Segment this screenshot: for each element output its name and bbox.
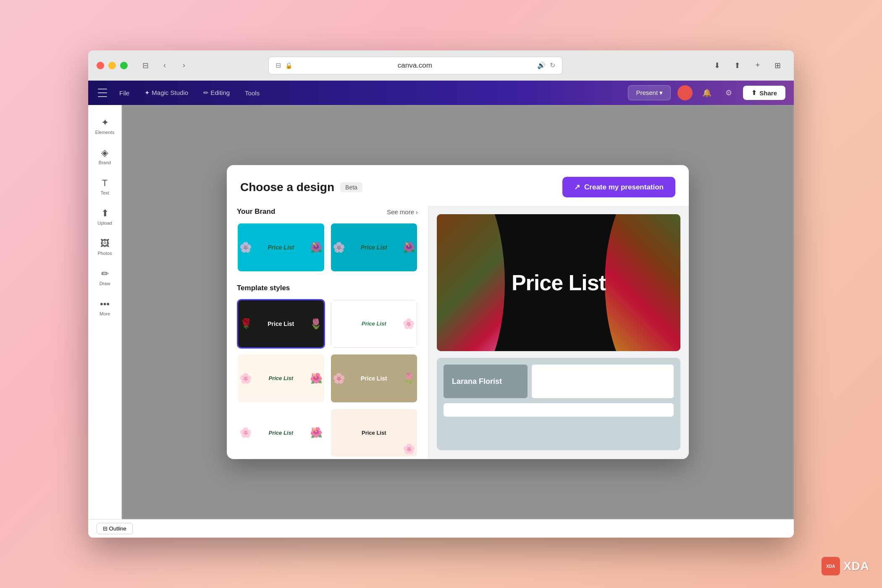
beige-template-label: Price List bbox=[362, 430, 386, 436]
preview-slide1-title: Price List bbox=[512, 270, 606, 295]
toolbar-editing[interactable]: ✏ Editing bbox=[199, 87, 234, 99]
beta-badge: Beta bbox=[340, 182, 362, 192]
download-button[interactable]: ⬇ bbox=[710, 58, 725, 73]
preview-row-1: Larana Florist bbox=[444, 365, 674, 398]
sidebar-item-text[interactable]: T Text bbox=[91, 172, 119, 201]
modal-overlay[interactable]: Choose a design Beta ↗ Create my present… bbox=[122, 105, 794, 519]
preview-florist-label: Larana Florist bbox=[452, 377, 502, 386]
preview-slide-2: Larana Florist bbox=[437, 358, 680, 450]
white-floral-left-icon: 🌸 bbox=[239, 427, 252, 438]
toolbar-magic-studio[interactable]: ✦ Magic Studio bbox=[140, 87, 192, 99]
cream-floral-right-icon: 🌺 bbox=[310, 373, 323, 384]
brand-template-2[interactable]: 🌸 Price List 🌺 bbox=[330, 223, 418, 272]
minimize-window-button[interactable] bbox=[108, 62, 116, 69]
cream-floral-left-icon: 🌸 bbox=[239, 373, 252, 384]
elements-icon: ✦ bbox=[101, 117, 109, 128]
olive-floral-right-icon: 🌷 bbox=[403, 373, 415, 384]
elements-label: Elements bbox=[95, 130, 115, 135]
white-template-label: Price List bbox=[362, 320, 386, 327]
canva-content: ✦ Elements ◈ Brand T Text ⬆ Upload 🖼 bbox=[88, 105, 794, 519]
traffic-lights bbox=[97, 62, 128, 69]
share-page-button[interactable]: ⬆ bbox=[730, 58, 745, 73]
back-button[interactable]: ‹ bbox=[157, 58, 172, 73]
choose-design-modal: Choose a design Beta ↗ Create my present… bbox=[227, 165, 689, 459]
toolbar-tools[interactable]: Tools bbox=[241, 87, 264, 99]
brand-template-1[interactable]: 🌸 Price List 🌺 bbox=[237, 223, 325, 272]
xda-text: XDA bbox=[843, 559, 869, 573]
more-label: More bbox=[100, 311, 110, 316]
audio-icon: 🔊 bbox=[537, 61, 546, 69]
black-floral-left-icon: 🌹 bbox=[240, 318, 252, 330]
close-window-button[interactable] bbox=[97, 62, 104, 69]
browser-window: ⊟ ‹ › ⊟ 🔒 canva.com 🔊 ↻ ⬇ ⬆ + ⊞ File ✦ M… bbox=[88, 50, 794, 538]
sidebar-item-upload[interactable]: ⬆ Upload bbox=[91, 202, 119, 231]
floral-right-2-icon: 🌺 bbox=[403, 242, 415, 253]
toolbar-file-menu[interactable]: File bbox=[115, 87, 134, 99]
style-cream-template[interactable]: 🌸 Price List 🌺 bbox=[237, 354, 325, 403]
canva-toolbar: File ✦ Magic Studio ✏ Editing Tools Pres… bbox=[88, 81, 794, 105]
share-button[interactable]: ⬆ Share bbox=[743, 86, 785, 100]
tab-overview-button[interactable]: ⊞ bbox=[770, 58, 785, 73]
preview-slide-2-inner: Larana Florist bbox=[437, 358, 680, 450]
modal-title-group: Choose a design Beta bbox=[240, 181, 362, 194]
url-display: canva.com bbox=[297, 61, 533, 70]
xda-watermark: XDA XDA bbox=[822, 557, 869, 575]
modal-title: Choose a design bbox=[240, 181, 334, 194]
style-beige-template[interactable]: 🌸 Price List bbox=[330, 408, 418, 458]
present-button[interactable]: Present ▾ bbox=[628, 85, 671, 100]
canva-app: File ✦ Magic Studio ✏ Editing Tools Pres… bbox=[88, 81, 794, 538]
style-white-floral-template[interactable]: 🌸 Price List 🌺 bbox=[237, 408, 325, 458]
preview-label-box: Larana Florist bbox=[444, 365, 528, 398]
see-more-chevron: › bbox=[416, 208, 418, 215]
sidebar-item-elements[interactable]: ✦ Elements bbox=[91, 112, 119, 140]
photos-icon: 🖼 bbox=[100, 238, 110, 249]
settings-button[interactable]: ⚙ bbox=[721, 85, 736, 100]
more-icon: ••• bbox=[100, 299, 110, 310]
template-styles-title: Template styles bbox=[237, 284, 290, 292]
sidebar-item-more[interactable]: ••• More bbox=[91, 293, 119, 322]
create-presentation-button[interactable]: ↗ Create my presentation bbox=[562, 177, 675, 197]
address-bar[interactable]: ⊟ 🔒 canva.com 🔊 ↻ bbox=[268, 57, 562, 74]
xda-logo-icon: XDA bbox=[822, 557, 840, 575]
sidebar-item-draw[interactable]: ✏ Draw bbox=[91, 263, 119, 291]
olive-floral-left-icon: 🌸 bbox=[333, 373, 345, 384]
page-icon: ⊟ bbox=[276, 61, 281, 69]
preview-floral-left bbox=[437, 214, 512, 351]
see-more-link[interactable]: See more › bbox=[387, 208, 418, 215]
forward-button[interactable]: › bbox=[176, 58, 192, 73]
brand-icon: ◈ bbox=[101, 147, 108, 158]
user-avatar[interactable] bbox=[677, 85, 693, 100]
fullscreen-window-button[interactable] bbox=[120, 62, 128, 69]
white-floral-right-icon2: 🌺 bbox=[310, 427, 323, 438]
style-black-template[interactable]: 🌹 Price List 🌷 bbox=[237, 299, 325, 349]
hamburger-menu-icon[interactable] bbox=[97, 87, 108, 99]
text-label: Text bbox=[100, 190, 109, 195]
draw-icon: ✏ bbox=[101, 268, 109, 279]
new-tab-button[interactable]: + bbox=[750, 58, 765, 73]
template-styles-header: Template styles bbox=[237, 282, 418, 292]
outline-button[interactable]: ⊟ Outline bbox=[97, 523, 133, 534]
sidebar-item-photos[interactable]: 🖼 Photos bbox=[91, 233, 119, 261]
notifications-button[interactable]: 🔔 bbox=[699, 85, 714, 100]
modal-body: Your Brand See more › bbox=[227, 206, 689, 459]
your-brand-title: Your Brand bbox=[237, 207, 275, 216]
beige-floral-icon: 🌸 bbox=[403, 443, 415, 455]
preview-content-line-1 bbox=[444, 403, 674, 417]
sidebar-item-brand[interactable]: ◈ Brand bbox=[91, 142, 119, 171]
brand-2-label: Price List bbox=[361, 244, 387, 251]
canva-main: Price List Choose a design Beta bbox=[122, 105, 794, 519]
cream-template-label: Price List bbox=[268, 375, 293, 381]
upload-label: Upload bbox=[97, 220, 112, 226]
white-floral-template-label: Price List bbox=[268, 430, 293, 436]
style-white-template[interactable]: 🌸 Price List bbox=[330, 299, 418, 349]
preview-panel: Price List Larana Florist bbox=[428, 206, 689, 459]
refresh-icon[interactable]: ↻ bbox=[550, 61, 555, 69]
style-olive-template[interactable]: 🌸 Price List 🌷 bbox=[330, 354, 418, 403]
black-template-label: Price List bbox=[268, 320, 294, 327]
canva-statusbar: ⊟ Outline bbox=[88, 519, 794, 538]
style-templates-grid: 🌹 Price List 🌷 🌸 bbox=[237, 299, 418, 458]
text-icon: T bbox=[102, 178, 108, 189]
templates-panel: Your Brand See more › bbox=[227, 206, 428, 459]
canva-sidebar: ✦ Elements ◈ Brand T Text ⬆ Upload 🖼 bbox=[88, 105, 122, 519]
sidebar-toggle-button[interactable]: ⊟ bbox=[138, 58, 153, 73]
